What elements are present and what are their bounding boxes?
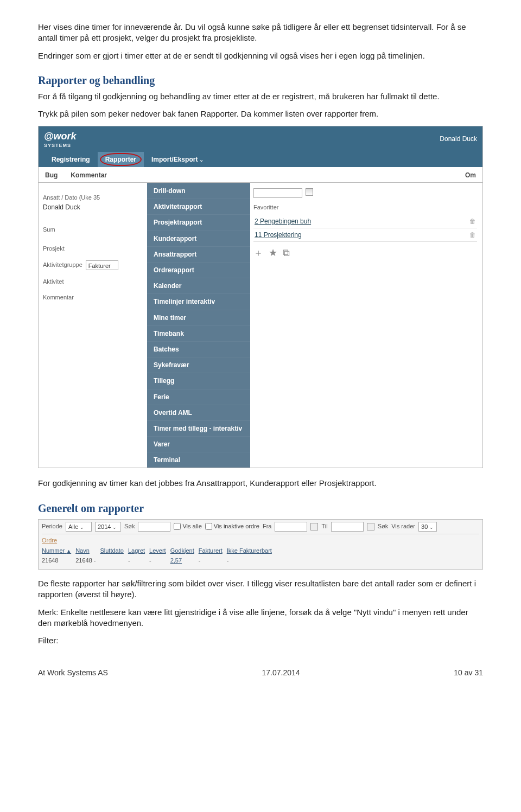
dropdown-item[interactable]: Ordrerapport bbox=[147, 262, 250, 278]
dropdown-item[interactable]: Varer bbox=[147, 436, 250, 452]
dropdown-item[interactable]: Aktivitetrapport bbox=[147, 199, 250, 214]
heading: Rapporter og behandling bbox=[38, 73, 483, 88]
section-link-ordre[interactable]: Ordre bbox=[42, 536, 479, 545]
footer-right: 10 av 31 bbox=[454, 668, 483, 678]
paragraph: Trykk på pilen som peker nedover bak fan… bbox=[38, 108, 483, 119]
calendar-icon[interactable] bbox=[367, 523, 374, 530]
col-lagret[interactable]: Lagret bbox=[128, 546, 149, 556]
rapporter-dropdown: Drill-down Aktivitetrapport Prosjektrapp… bbox=[147, 183, 250, 468]
chevron-down-icon: ⌄ bbox=[429, 525, 434, 530]
dropdown-item[interactable]: Ferie bbox=[147, 389, 250, 405]
calendar-icon[interactable] bbox=[306, 188, 313, 196]
label-til: Til bbox=[321, 522, 327, 530]
footer-left: At Work Systems AS bbox=[38, 668, 108, 678]
dropdown-item[interactable]: Ansattrapport bbox=[147, 246, 250, 262]
cell-nummer: 21648 bbox=[42, 555, 75, 566]
main-tabs: Registrering Rapporter Import/Eksport bbox=[44, 152, 477, 167]
dropdown-item[interactable]: Sykefravær bbox=[147, 357, 250, 373]
select-vis-rader[interactable]: 30 ⌄ bbox=[418, 522, 437, 532]
dropdown-item[interactable]: Prosjektrapport bbox=[147, 214, 250, 230]
sort-icon: ▲ bbox=[66, 548, 71, 554]
subtab-om[interactable]: Om bbox=[459, 168, 482, 182]
app-screenshot: @work SYSTEMS Donald Duck Registrering R… bbox=[38, 126, 483, 468]
calendar-icon[interactable] bbox=[310, 523, 318, 530]
col-navn[interactable]: Navn bbox=[75, 546, 100, 556]
toolbar-icons: ＋ ★ ⧉ bbox=[253, 242, 477, 259]
date-input[interactable] bbox=[253, 188, 302, 198]
chevron-down-icon: ⌄ bbox=[80, 525, 84, 530]
cell-link[interactable]: 2,57 bbox=[170, 557, 182, 564]
table-row: 21648 21648 - - - 2,57 - - bbox=[42, 555, 276, 566]
col-fakturert[interactable]: Fakturert bbox=[199, 546, 227, 556]
checkbox-vis-inaktive[interactable]: Vis inaktive ordre bbox=[205, 522, 259, 530]
cell-navn: 21648 - bbox=[75, 555, 100, 566]
dropdown-item[interactable]: Timer med tillegg - interaktiv bbox=[147, 420, 250, 436]
dropdown-item[interactable]: Tillegg bbox=[147, 373, 250, 388]
results-table: Nummer ▲ Navn Sluttdato Lagret Levert Go… bbox=[42, 546, 276, 566]
label-ansatt: Ansatt / Dato (Uke 35 bbox=[43, 194, 143, 202]
col-ikke-fakturerbart[interactable]: Ikke Fakturerbart bbox=[227, 546, 276, 556]
search-button[interactable]: Søk bbox=[378, 522, 389, 530]
col-nummer[interactable]: Nummer ▲ bbox=[42, 546, 75, 556]
label-fra: Fra bbox=[263, 522, 272, 530]
favorite-link[interactable]: 2 Pengebingen buh bbox=[255, 217, 311, 226]
dropdown-item[interactable]: Overtid AML bbox=[147, 405, 250, 420]
paragraph: Her vises dine timer for inneværende år.… bbox=[38, 22, 483, 44]
paragraph: Filter: bbox=[38, 635, 483, 646]
subtab-bug[interactable]: Bug bbox=[39, 168, 64, 182]
trash-icon[interactable]: 🗑 bbox=[469, 217, 476, 226]
paragraph: Endringer som er gjort i timer etter at … bbox=[38, 50, 483, 61]
search-input[interactable] bbox=[138, 522, 170, 532]
tab-rapporter[interactable]: Rapporter bbox=[98, 152, 144, 167]
input-aktgruppe[interactable]: Fakturer bbox=[86, 260, 118, 270]
paragraph: For å få tilgang til godkjenning og beha… bbox=[38, 91, 483, 102]
cell-godkjent: 2,57 bbox=[170, 555, 199, 566]
brand-logo: @work SYSTEMS bbox=[44, 131, 77, 148]
dropdown-item[interactable]: Mine timer bbox=[147, 310, 250, 325]
select-year[interactable]: 2014 ⌄ bbox=[95, 522, 121, 532]
dropdown-item[interactable]: Kunderapport bbox=[147, 231, 250, 246]
to-date-input[interactable] bbox=[331, 522, 364, 532]
cell-sluttdato bbox=[100, 555, 128, 566]
table-header-row: Nummer ▲ Navn Sluttdato Lagret Levert Go… bbox=[42, 546, 276, 556]
subtab-kommentar[interactable]: Kommentar bbox=[64, 168, 113, 182]
copy-icon[interactable]: ⧉ bbox=[283, 246, 293, 259]
user-name[interactable]: Donald Duck bbox=[440, 135, 477, 143]
col-levert[interactable]: Levert bbox=[149, 546, 170, 556]
favorite-row: 2 Pengebingen buh 🗑 bbox=[253, 215, 477, 228]
checkbox-vis-alle[interactable]: Vis alle bbox=[174, 522, 201, 530]
col-godkjent[interactable]: Godkjent bbox=[170, 546, 199, 556]
subtabs: Bug Kommentar Om bbox=[39, 167, 482, 183]
label-kommentar: Kommentar bbox=[43, 293, 143, 302]
dropdown-item[interactable]: Timelinjer interaktiv bbox=[147, 293, 250, 309]
col-sluttdato[interactable]: Sluttdato bbox=[100, 546, 128, 556]
filter-bar: Periode Alle ⌄ 2014 ⌄ Søk Vis alle Vis i… bbox=[42, 522, 479, 534]
cell-levert: - bbox=[149, 555, 170, 566]
dropdown-item[interactable]: Drill-down bbox=[147, 183, 250, 199]
favorites-header: Favoritter bbox=[253, 203, 477, 212]
select-periode[interactable]: Alle ⌄ bbox=[66, 522, 92, 532]
from-date-input[interactable] bbox=[275, 522, 307, 532]
favorite-row: 11 Prosjektering 🗑 bbox=[253, 228, 477, 242]
tab-import-eksport[interactable]: Import/Eksport bbox=[144, 152, 211, 167]
favorite-link[interactable]: 11 Prosjektering bbox=[255, 231, 302, 239]
label-sok: Søk bbox=[124, 522, 135, 530]
footer-mid: 17.07.2014 bbox=[262, 668, 300, 678]
label-sum: Sum bbox=[43, 226, 143, 234]
label-aktgruppe: Aktivitetgruppe bbox=[43, 261, 82, 269]
paragraph: Merk: Enkelte nettlesere kan være litt g… bbox=[38, 607, 483, 629]
dropdown-item[interactable]: Terminal bbox=[147, 452, 250, 468]
paragraph: De fleste rapporter har søk/filtrering s… bbox=[38, 578, 483, 600]
plus-icon[interactable]: ＋ bbox=[253, 246, 266, 259]
brand-row: @work SYSTEMS Donald Duck bbox=[44, 129, 477, 151]
dropdown-item[interactable]: Timebank bbox=[147, 325, 250, 341]
cell-fakturert: - bbox=[199, 555, 227, 566]
tab-registrering[interactable]: Registrering bbox=[44, 152, 98, 167]
dropdown-item[interactable]: Kalender bbox=[147, 278, 250, 293]
trash-icon[interactable]: 🗑 bbox=[469, 231, 476, 239]
form-panel: Ansatt / Dato (Uke 35 Donald Duck Sum Pr… bbox=[39, 183, 147, 468]
dropdown-item[interactable]: Batches bbox=[147, 341, 250, 357]
favorites-panel: Favoritter 2 Pengebingen buh 🗑 11 Prosje… bbox=[250, 183, 482, 468]
star-icon[interactable]: ★ bbox=[269, 246, 281, 259]
paragraph: For godkjenning av timer kan det jobbes … bbox=[38, 478, 483, 489]
